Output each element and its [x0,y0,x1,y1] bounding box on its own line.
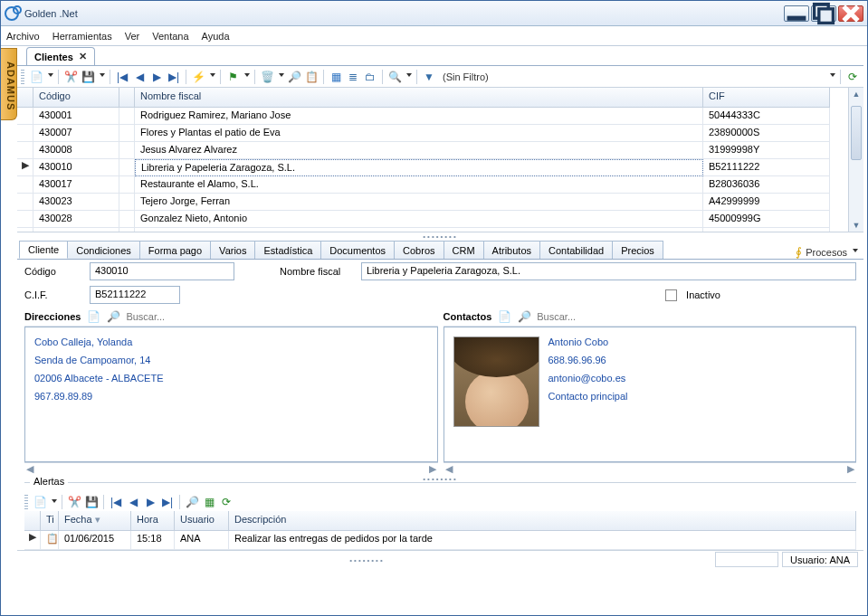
delete-icon[interactable]: 🗑️ [260,70,274,84]
alert-row[interactable]: ▶📋01/06/201515:18ANARealizar las entrega… [24,531,856,550]
al-col-usuario[interactable]: Usuario [175,511,229,531]
input-cif[interactable]: B52111222 [90,286,180,304]
direccion-line[interactable]: 967.89.89.89 [34,391,428,402]
al-col-ti[interactable]: Ti [41,511,59,531]
zoom-icon[interactable]: 🔍 [387,70,402,84]
grid-body[interactable]: 430001Rodriguez Ramirez, Mariano Jose504… [17,108,848,232]
con-search-text[interactable]: Buscar... [537,311,576,322]
al-grip[interactable] [24,495,28,509]
layout-icon[interactable]: ▦ [329,70,343,84]
cell-expand[interactable] [119,159,135,176]
tab-crm[interactable]: CRM [444,241,484,259]
contact-email[interactable]: antonio@cobo.es [548,373,628,384]
direccion-line[interactable]: 02006 Albacete - ALBACETE [34,373,428,384]
con-hscroll[interactable]: ◀▶ [444,462,857,475]
nav-last-icon[interactable]: ▶| [167,70,181,84]
bolt-dropdown-icon[interactable] [210,73,215,80]
input-nombre[interactable]: Libreria y Papeleria Zaragoza, S.L. [361,262,856,280]
side-dock-tab[interactable]: ADAMUS [1,48,17,120]
alertas-body[interactable]: ▶📋01/06/201515:18ANARealizar las entrega… [24,531,856,550]
al-last-icon[interactable]: ▶| [160,495,175,509]
doc-tab-close-icon[interactable]: ✕ [79,51,87,62]
menu-ayuda[interactable]: Ayuda [202,31,230,42]
list-icon[interactable]: ≣ [346,70,360,84]
close-button[interactable] [838,5,863,22]
input-codigo[interactable]: 430010 [90,262,234,280]
al-col-fecha[interactable]: Fecha ▾ [59,511,131,531]
menu-herramientas[interactable]: Herramientas [52,31,112,42]
al-new-dd[interactable] [52,499,57,506]
contact-phone[interactable]: 688.96.96.96 [548,355,628,365]
table-row[interactable]: 430028Gonzalez Nieto, Antonio45000999G [17,211,848,228]
title-bar[interactable]: Golden .Net [1,1,867,26]
save-icon[interactable]: 💾 [81,70,95,84]
zoom-dropdown-icon[interactable] [406,73,412,80]
tab-documentos[interactable]: Documentos [320,241,395,259]
grid-splitter[interactable]: •••••••• [17,232,863,240]
col-codigo[interactable]: Código [33,88,119,108]
al-corner[interactable] [24,511,41,531]
tab-estadística[interactable]: Estadística [254,241,321,259]
dir-hscroll[interactable]: ◀▶ [24,462,438,475]
filter-text[interactable]: (Sin Filtro) [439,71,492,82]
dir-new-icon[interactable]: 📄 [86,309,100,324]
cell-expand[interactable] [119,125,135,142]
dir-search-text[interactable]: Buscar... [126,311,165,322]
con-search-icon[interactable]: 🔎 [517,309,531,324]
tab-precios[interactable]: Precios [612,241,663,259]
dir-search-icon[interactable]: 🔎 [106,309,120,324]
table-row[interactable]: 430007Flores y Plantas el patio de Eva23… [17,125,848,142]
al-prev-icon[interactable]: ◀ [126,495,140,509]
col-expand[interactable] [119,88,135,108]
al-save-icon[interactable]: 💾 [84,495,99,509]
bolt-icon[interactable]: ⚡ [191,70,205,84]
scroll-up-icon[interactable]: ▲ [853,88,861,100]
menu-archivo[interactable]: Archivo [6,31,40,42]
cell-expand[interactable] [119,176,135,194]
refresh-icon[interactable]: ⟳ [845,70,860,84]
al-refresh-icon[interactable]: ⟳ [219,495,234,509]
nav-next-icon[interactable]: ▶ [149,70,164,84]
menu-ventana[interactable]: Ventana [152,31,188,42]
al-next-icon[interactable]: ▶ [143,495,157,509]
cell-expand[interactable] [119,194,135,211]
copy-icon[interactable]: 📋 [304,70,319,84]
tab-forma pago[interactable]: Forma pago [139,241,211,259]
cut-icon[interactable]: ✂️ [63,70,78,84]
table-row[interactable]: 430029Caña y Bambú S AA54222555 [17,228,848,232]
folder-icon[interactable]: 🗀 [363,70,377,84]
toolbar-grip[interactable] [21,70,24,84]
cell-expand[interactable] [119,142,135,159]
new-dropdown-icon[interactable] [48,73,53,80]
new-icon[interactable]: 📄 [29,70,43,84]
procesos-button[interactable]: ∮Procesos [790,245,863,259]
save-dropdown-icon[interactable] [100,73,105,80]
grid-corner[interactable] [17,88,33,108]
menu-ver[interactable]: Ver [125,31,140,42]
al-new-icon[interactable]: 📄 [33,495,47,509]
al-cut-icon[interactable]: ✂️ [67,495,81,509]
tab-cobros[interactable]: Cobros [394,241,444,259]
al-col-desc[interactable]: Descripción [229,511,856,531]
nav-first-icon[interactable]: |◀ [115,70,129,84]
al-first-icon[interactable]: |◀ [109,495,123,509]
flag-icon[interactable]: ⚑ [225,70,240,84]
con-new-icon[interactable]: 📄 [497,309,511,324]
doc-tab-clientes[interactable]: Clientes ✕ [26,47,95,65]
col-nombre[interactable]: Nombre fiscal [135,88,703,108]
direccion-line[interactable]: Senda de Campoamor, 14 [34,355,428,365]
flag-dropdown-icon[interactable] [244,73,250,80]
contact-name[interactable]: Antonio Cobo [548,336,628,347]
table-row[interactable]: 430008Jesus Alvarez Alvarez31999998Y [17,142,848,159]
col-cif[interactable]: CIF [703,88,830,108]
contact-avatar[interactable] [453,336,539,427]
al-search-icon[interactable]: 🔎 [185,495,199,509]
tab-atributos[interactable]: Atributos [483,241,540,259]
search-doc-icon[interactable]: 🔎 [287,70,301,84]
tab-varios[interactable]: Varios [210,241,255,259]
table-row[interactable]: 430023Tejero Jorge, FerranA42999999 [17,194,848,211]
tab-cliente[interactable]: Cliente [19,241,68,259]
delete-dropdown-icon[interactable] [279,73,284,80]
al-col-hora[interactable]: Hora [131,511,175,531]
minimize-button[interactable] [784,5,809,22]
